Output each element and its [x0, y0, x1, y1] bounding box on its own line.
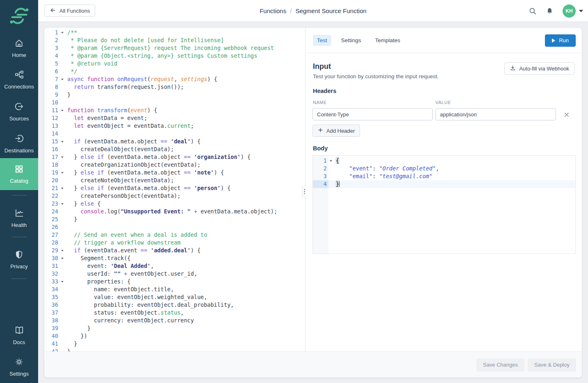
code-line[interactable]: 3 * @param {ServerRequest} request The i… — [44, 44, 305, 52]
code-line[interactable]: 25 } — [44, 215, 305, 223]
input-section-subtitle: Test your function by customizing the in… — [313, 73, 439, 79]
code-line[interactable]: 23 } else { — [44, 200, 305, 208]
fold-arrow-icon[interactable] — [330, 160, 332, 162]
code-line[interactable]: 28 // trigger a workflow downstream — [44, 239, 305, 247]
sidebar-item-docs[interactable]: Docs — [0, 322, 38, 349]
code-line[interactable]: 16 createDealObject(eventData); — [44, 145, 305, 153]
fold-arrow-icon[interactable] — [61, 156, 64, 158]
line-number: 36 — [44, 301, 60, 309]
code-line[interactable]: 9} — [44, 91, 305, 99]
tab-test[interactable]: Test — [313, 35, 331, 46]
code-line[interactable]: 19 } else if (eventData.meta.object == '… — [44, 169, 305, 177]
catalog-icon — [14, 164, 24, 175]
fold-arrow-icon[interactable] — [61, 188, 64, 189]
code-line[interactable]: 10 — [44, 99, 305, 107]
code-line[interactable]: 40 }) — [44, 332, 305, 340]
breadcrumb-parent[interactable]: Functions — [260, 7, 286, 14]
fold-arrow-icon[interactable] — [61, 258, 64, 259]
user-menu[interactable]: KH — [563, 5, 583, 18]
fold-arrow-icon[interactable] — [61, 79, 64, 80]
request-body-editor[interactable]: 1{2 "event": "Order Completed",3 "email"… — [312, 155, 576, 254]
line-number: 7 — [44, 75, 60, 83]
sidebar-item-sources[interactable]: Sources — [0, 98, 38, 125]
sidebar: Home Connections Sources Destinations — [0, 0, 38, 383]
top-bar: All Functions Functions / Segment Source… — [38, 0, 588, 22]
code-line[interactable]: 29 if (eventData.event == 'added.deal') … — [44, 247, 305, 254]
code-line[interactable]: 32 userId: "" + eventObject.user_id, — [44, 270, 305, 278]
code-line[interactable]: 22 createPersonObject(eventData); — [44, 192, 305, 200]
fold-arrow-icon[interactable] — [61, 110, 64, 111]
code-line[interactable]: 20 createNoteObject(eventData); — [44, 177, 305, 184]
sidebar-item-settings[interactable]: Settings — [0, 354, 38, 380]
code-line[interactable]: 31 event: 'Deal Added', — [44, 262, 305, 270]
code-line[interactable]: 41 } — [44, 340, 305, 348]
sidebar-item-label: Destinations — [5, 147, 34, 154]
code-line[interactable]: 35 value: eventObject.weighted_value, — [44, 293, 305, 301]
input-section-title: Input — [313, 62, 331, 71]
header-name-input[interactable] — [312, 108, 433, 120]
code-line[interactable]: 3 "email": "test@gmail.com" — [313, 172, 575, 180]
code-line[interactable]: 39 } — [44, 324, 305, 332]
code-line[interactable]: 15 if (eventData.meta.object == 'deal') … — [44, 138, 305, 145]
code-line[interactable]: 33 properties: { — [44, 278, 305, 286]
code-line[interactable]: 24 console.log("Unsupported Event: " + e… — [44, 208, 305, 215]
source-code-editor[interactable]: 1/**2 * Please do not delete [used for I… — [44, 28, 305, 351]
fold-arrow-icon[interactable] — [61, 141, 64, 143]
code-line[interactable]: 8 return transform(request.json()); — [44, 83, 305, 91]
code-line[interactable]: 37 status: eventObject.status, — [44, 309, 305, 317]
code-line[interactable]: 34 name: eventObject.title, — [44, 286, 305, 293]
code-line[interactable]: 38 currency: eventObject.currency — [44, 317, 305, 324]
code-line[interactable]: 30 Segment.track({ — [44, 254, 305, 262]
save-changes-button[interactable]: Save Changes — [476, 358, 524, 372]
breadcrumb-current: Segment Source Function — [295, 7, 366, 14]
line-number: 20 — [44, 177, 60, 184]
segment-logo-icon[interactable] — [0, 5, 38, 26]
code-line[interactable]: 2 * Please do not delete [used for Intel… — [44, 36, 305, 44]
avatar[interactable]: KH — [563, 5, 576, 18]
fold-arrow-icon[interactable] — [61, 32, 64, 34]
sidebar-item-catalog[interactable]: Catalog — [0, 158, 38, 190]
code-line[interactable]: 13 let eventObject = eventData.current; — [44, 122, 305, 130]
header-value-input[interactable] — [435, 108, 556, 120]
code-line[interactable]: 4} — [313, 180, 575, 188]
sidebar-item-health[interactable]: Health — [0, 205, 38, 231]
tab-templates[interactable]: Templates — [371, 35, 405, 46]
code-line[interactable]: 21 } else if (eventData.meta.object == '… — [44, 184, 305, 192]
code-line[interactable]: 6 */ — [44, 68, 305, 75]
sidebar-item-home[interactable]: Home — [0, 35, 38, 61]
code-line[interactable]: 2 "event": "Order Completed", — [313, 165, 575, 172]
code-line[interactable]: 42} — [44, 348, 305, 351]
tab-settings[interactable]: Settings — [337, 35, 365, 46]
sidebar-item-connections[interactable]: Connections — [0, 66, 38, 93]
remove-header-icon[interactable] — [563, 111, 570, 120]
autofill-via-webhook-button[interactable]: Auto-fill via Webhook — [504, 62, 574, 75]
save-and-deploy-button[interactable]: Save & Deploy — [528, 358, 576, 372]
line-number: 27 — [44, 231, 60, 239]
fold-arrow-icon[interactable] — [61, 281, 64, 283]
code-line[interactable]: 1{ — [313, 157, 575, 165]
code-line[interactable]: 12 let eventData = event; — [44, 114, 305, 122]
search-icon[interactable] — [529, 7, 537, 15]
code-line[interactable]: 18 createOrganizationObject(eventData); — [44, 161, 305, 169]
line-number: 1 — [313, 157, 328, 165]
notifications-bell-icon[interactable] — [546, 7, 554, 15]
run-button[interactable]: Run — [545, 34, 576, 47]
code-line[interactable]: 26 — [44, 223, 305, 231]
fold-arrow-icon[interactable] — [61, 172, 64, 174]
fold-arrow-icon[interactable] — [61, 203, 64, 205]
sidebar-item-privacy[interactable]: Privacy — [0, 247, 38, 273]
line-number: 41 — [44, 340, 60, 348]
line-number: 29 — [44, 247, 60, 254]
sidebar-item-destinations[interactable]: Destinations — [0, 130, 38, 157]
add-header-button[interactable]: Add Header — [312, 125, 360, 137]
code-line[interactable]: 11function transform(event) { — [44, 107, 305, 114]
code-line[interactable]: 4 * @param {Object.<string, any>} settin… — [44, 52, 305, 60]
code-line[interactable]: 17 } else if (eventData.meta.object == '… — [44, 153, 305, 161]
code-line[interactable]: 7async function onRequest(request, setti… — [44, 75, 305, 83]
code-line[interactable]: 5 * @return void — [44, 60, 305, 68]
code-line[interactable]: 1/** — [44, 29, 305, 36]
fold-arrow-icon[interactable] — [61, 250, 64, 252]
code-line[interactable]: 14 — [44, 130, 305, 138]
code-line[interactable]: 36 probability: eventObject.deal_probabi… — [44, 301, 305, 309]
code-line[interactable]: 27 // Send an event when a deal is added… — [44, 231, 305, 239]
